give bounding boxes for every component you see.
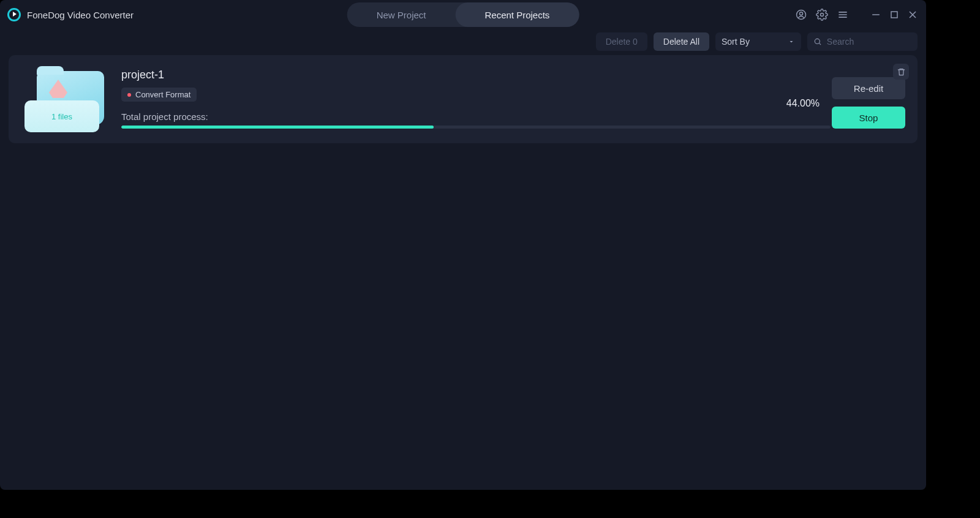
- progress-area: Total project process: 44.00%: [121, 111, 820, 129]
- main-tabs: New Project Recent Projects: [347, 2, 579, 27]
- delete-all-button[interactable]: Delete All: [654, 32, 709, 51]
- search-input[interactable]: [827, 37, 911, 47]
- minimize-icon[interactable]: [870, 9, 882, 21]
- tab-new-project[interactable]: New Project: [347, 2, 456, 27]
- status-dot-icon: [127, 93, 131, 97]
- account-icon[interactable]: [794, 7, 809, 22]
- svg-point-10: [815, 39, 820, 43]
- delete-project-button[interactable]: [893, 64, 909, 80]
- progress-fill: [121, 126, 434, 129]
- progress-percent: 44.00%: [786, 98, 820, 109]
- project-tag-label: Convert Format: [135, 90, 190, 99]
- sort-by-select[interactable]: Sort By: [715, 32, 801, 51]
- image-glyph-icon: [49, 80, 67, 98]
- svg-point-1: [800, 12, 803, 15]
- delete-selected-button[interactable]: Delete 0: [596, 32, 647, 51]
- app-logo-icon: [7, 8, 21, 21]
- project-card: 1 files project-1 Convert Format Total p…: [9, 55, 918, 143]
- project-info: project-1 Convert Format Total project p…: [121, 69, 820, 132]
- menu-icon[interactable]: [835, 7, 850, 22]
- stop-button[interactable]: Stop: [832, 107, 905, 129]
- search-box: [807, 32, 918, 51]
- sort-by-label: Sort By: [722, 37, 750, 47]
- close-icon[interactable]: [907, 9, 919, 21]
- settings-icon[interactable]: [815, 7, 829, 22]
- project-thumbnail: 1 files: [24, 71, 105, 132]
- progress-bar: [121, 126, 831, 129]
- app-title: FoneDog Video Converter: [27, 10, 134, 20]
- title-left: FoneDog Video Converter: [7, 8, 134, 21]
- projects-list: 1 files project-1 Convert Format Total p…: [0, 54, 926, 143]
- toolbar: Delete 0 Delete All Sort By: [0, 29, 926, 54]
- svg-line-11: [820, 43, 821, 45]
- svg-point-0: [797, 10, 806, 20]
- progress-label: Total project process:: [121, 111, 820, 122]
- chevron-down-icon: [788, 38, 795, 45]
- tab-recent-projects[interactable]: Recent Projects: [455, 2, 579, 27]
- search-icon: [813, 37, 822, 47]
- svg-rect-7: [891, 12, 897, 18]
- file-count-badge: 1 files: [24, 100, 99, 132]
- reedit-button[interactable]: Re-edit: [832, 77, 905, 99]
- maximize-icon[interactable]: [888, 9, 900, 21]
- title-bar: FoneDog Video Converter New Project Rece…: [0, 0, 926, 29]
- app-window: FoneDog Video Converter New Project Rece…: [0, 0, 926, 490]
- svg-point-2: [821, 13, 824, 17]
- title-right: [794, 7, 919, 22]
- project-name: project-1: [121, 69, 820, 81]
- project-tag: Convert Format: [121, 88, 197, 102]
